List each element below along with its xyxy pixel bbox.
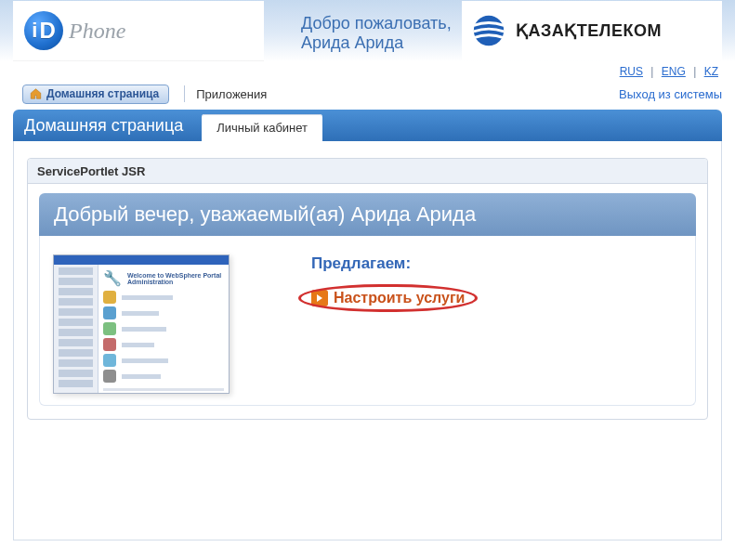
page-header: Домашняя страница Личный кабинет [13,110,722,141]
page-body: ServicePortlet JSR Добрый вечер, уважаем… [13,141,722,540]
logout-link[interactable]: Выход из системы [619,87,722,101]
nav-divider [184,85,185,102]
nav-row: Домашняя страница Приложения Выход из си… [0,78,735,104]
service-portlet: ServicePortlet JSR Добрый вечер, уважаем… [27,158,708,420]
offer-title: Предлагаем: [311,254,684,273]
nav-home-label: Домашняя страница [46,87,159,100]
admin-thumbnail: 🔧 Welcome to WebSphere Portal Administra… [53,254,230,394]
configure-services-link[interactable]: Настроить услуги [311,290,465,306]
tab-personal-cabinet[interactable]: Личный кабинет [202,114,322,141]
language-bar: RUS | ENG | KZ [0,61,735,78]
id-disc-icon: iD [24,11,63,50]
sponsor-logo: ҚАЗАҚТЕЛЕКОМ [462,1,722,60]
lang-rus[interactable]: RUS [620,65,643,78]
lang-sep: | [693,65,696,78]
header-bar: iD Phone Добро пожаловать, Арида Арида Қ… [0,0,735,61]
sponsor-name: ҚАЗАҚТЕЛЕКОМ [516,20,662,41]
nav-home-button[interactable]: Домашняя страница [22,85,169,104]
product-name: Phone [69,20,125,42]
offer-block: Предлагаем: Настроить услуги [256,254,684,394]
welcome-block: Добро пожаловать, Арида Арида [264,1,462,61]
portlet-title: ServicePortlet JSR [28,159,707,184]
product-logo: iD Phone [13,1,264,60]
lang-sep: | [650,65,653,78]
home-icon [29,87,43,100]
configure-services-label: Настроить услуги [334,290,465,306]
welcome-line2: Арида Арида [301,33,454,53]
page-title: Домашняя страница [24,116,192,141]
globe-icon [471,13,506,48]
lang-kz[interactable]: KZ [704,65,718,78]
wrench-icon: 🔧 [103,269,122,287]
greeting-bar: Добрый вечер, уважаемый(ая) Арида Арида [39,193,696,236]
welcome-line1: Добро пожаловать, [301,14,454,33]
lang-eng[interactable]: ENG [662,65,686,78]
thumb-title: Welcome to WebSphere Portal Administrati… [127,272,224,285]
nav-apps[interactable]: Приложения [196,87,267,101]
arrow-right-icon [311,290,328,306]
